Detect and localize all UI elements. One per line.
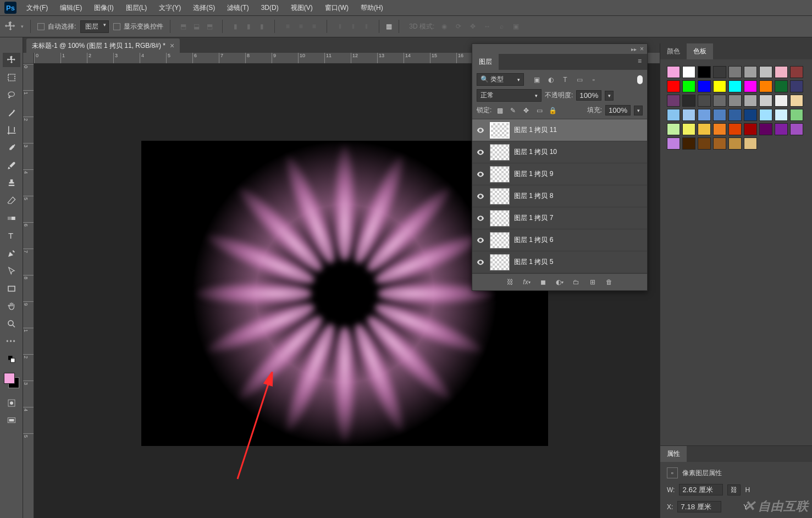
default-colors-icon[interactable] — [3, 352, 20, 366]
dist-left-icon[interactable]: ⦀ — [334, 20, 346, 32]
orbit-icon[interactable]: ◉ — [439, 21, 450, 32]
layer-name[interactable]: 图层 1 拷贝 10 — [514, 147, 557, 157]
auto-select-target[interactable]: 图层 — [80, 20, 109, 33]
tab-color[interactable]: 颜色 — [660, 43, 687, 59]
pen-tool[interactable] — [3, 246, 20, 261]
move-tool[interactable] — [3, 53, 20, 67]
color-swatch[interactable] — [759, 95, 772, 107]
link-layers-icon[interactable]: ⛓ — [505, 277, 515, 287]
align-vcenter-icon[interactable]: ⬓ — [190, 20, 202, 32]
color-swatch[interactable] — [744, 80, 757, 92]
marquee-tool[interactable] — [3, 70, 20, 85]
layer-list[interactable]: 图层 1 拷贝 11图层 1 拷贝 10图层 1 拷贝 9图层 1 拷贝 8图层… — [472, 119, 647, 273]
layer-thumbnail[interactable] — [490, 254, 510, 271]
color-swatch[interactable] — [790, 66, 803, 78]
layer-fx-icon[interactable]: fx▾ — [522, 277, 532, 287]
dist-bottom-icon[interactable]: ≡ — [308, 20, 320, 32]
color-swatch[interactable] — [728, 137, 742, 150]
delete-layer-icon[interactable]: 🗑 — [604, 277, 614, 287]
color-swatch[interactable] — [728, 66, 742, 78]
layer-thumbnail[interactable] — [490, 166, 510, 183]
layer-row[interactable]: 图层 1 拷贝 6 — [472, 229, 647, 251]
edit-toolbar[interactable]: ••• — [3, 334, 20, 349]
color-swatch[interactable] — [713, 80, 726, 92]
color-swatch[interactable] — [728, 109, 742, 121]
color-swatch[interactable] — [667, 123, 680, 135]
color-swatch[interactable] — [698, 137, 711, 150]
color-swatch[interactable] — [790, 109, 803, 121]
magic-wand-tool[interactable] — [3, 106, 20, 120]
filter-shape-icon[interactable]: ▭ — [575, 75, 584, 85]
tab-properties[interactable]: 属性 — [660, 446, 687, 462]
color-swatch[interactable] — [759, 109, 772, 121]
tool-caret[interactable]: ▾ — [21, 24, 24, 29]
color-swatch[interactable] — [728, 80, 742, 92]
lock-transparency-icon[interactable]: ▩ — [495, 106, 505, 115]
color-swatch[interactable] — [667, 66, 680, 78]
align-left-icon[interactable]: ▮ — [229, 20, 241, 32]
fill-caret[interactable]: ▾ — [634, 106, 643, 115]
color-swatch[interactable] — [744, 95, 757, 107]
color-swatch[interactable] — [775, 80, 788, 92]
layer-name[interactable]: 图层 1 拷贝 8 — [514, 191, 553, 201]
color-swatch[interactable] — [775, 95, 788, 107]
color-swatch[interactable] — [713, 109, 726, 121]
zoom3d-icon[interactable]: ⌕ — [496, 21, 507, 32]
color-swatch[interactable] — [698, 66, 711, 78]
auto-select-checkbox[interactable]: 自动选择: — [37, 22, 76, 31]
layer-row[interactable]: 图层 1 拷贝 11 — [472, 119, 647, 141]
visibility-icon[interactable] — [476, 125, 485, 135]
color-swatch[interactable] — [713, 123, 726, 135]
visibility-icon[interactable] — [476, 169, 485, 179]
color-swatch[interactable] — [744, 109, 757, 121]
layer-thumbnail[interactable] — [490, 210, 510, 227]
layer-name[interactable]: 图层 1 拷贝 9 — [514, 169, 553, 179]
layer-thumbnail[interactable] — [490, 232, 510, 249]
color-swatch[interactable] — [728, 123, 742, 135]
color-swatch[interactable] — [744, 123, 757, 135]
color-swatch[interactable] — [698, 95, 711, 107]
pan-icon[interactable]: ✥ — [467, 21, 478, 32]
lock-artboard-icon[interactable]: ▭ — [534, 106, 544, 115]
width-input[interactable] — [679, 484, 723, 495]
filter-type-icon[interactable]: T — [560, 75, 570, 85]
layer-filter-select[interactable]: 🔍 类型▾ — [477, 73, 524, 86]
menu-edit[interactable]: 编辑(E) — [58, 2, 84, 14]
roll-icon[interactable]: ⟳ — [453, 21, 464, 32]
visibility-icon[interactable] — [476, 213, 485, 223]
lock-pixels-icon[interactable]: ✎ — [508, 106, 518, 115]
filter-toggle-switch[interactable] — [637, 75, 643, 84]
color-swatch[interactable] — [682, 66, 695, 78]
auto-align-icon[interactable]: ▦ — [386, 23, 392, 30]
menu-file[interactable]: 文件(F) — [24, 2, 50, 14]
lock-all-icon[interactable]: 🔒 — [548, 106, 557, 115]
dist-top-icon[interactable]: ≡ — [281, 20, 294, 32]
link-dimensions-icon[interactable]: ⛓ — [727, 484, 741, 495]
layer-thumbnail[interactable] — [490, 188, 510, 205]
color-swatch[interactable] — [682, 95, 695, 107]
rectangle-tool[interactable] — [3, 282, 20, 296]
color-swatch[interactable] — [667, 109, 680, 121]
group-icon[interactable]: 🗀 — [571, 277, 581, 287]
layer-thumbnail[interactable] — [490, 144, 510, 161]
type-tool[interactable]: T — [3, 229, 20, 243]
color-swatch[interactable] — [790, 123, 803, 135]
opacity-caret[interactable]: ▾ — [605, 91, 614, 101]
panel-menu-icon[interactable]: ≡ — [632, 54, 647, 70]
color-swatches[interactable] — [3, 372, 20, 389]
layer-name[interactable]: 图层 1 拷贝 5 — [514, 257, 553, 267]
document-tab[interactable]: 未标题-1 @ 100% (图层 1 拷贝 11, RGB/8#) * × — [26, 38, 180, 53]
lock-position-icon[interactable]: ✥ — [521, 106, 531, 115]
quickmask-icon[interactable] — [3, 396, 20, 410]
color-swatch[interactable] — [744, 137, 757, 150]
zoom-tool[interactable] — [3, 317, 20, 331]
layer-row[interactable]: 图层 1 拷贝 10 — [472, 141, 647, 163]
visibility-icon[interactable] — [476, 191, 485, 201]
color-swatch[interactable] — [713, 66, 726, 78]
eraser-tool[interactable] — [3, 194, 20, 208]
collapse-icon[interactable]: ▸▸ — [631, 46, 637, 52]
close-icon[interactable]: × — [170, 41, 174, 50]
visibility-icon[interactable] — [476, 235, 485, 245]
color-swatch[interactable] — [759, 80, 772, 92]
color-swatch[interactable] — [698, 123, 711, 135]
